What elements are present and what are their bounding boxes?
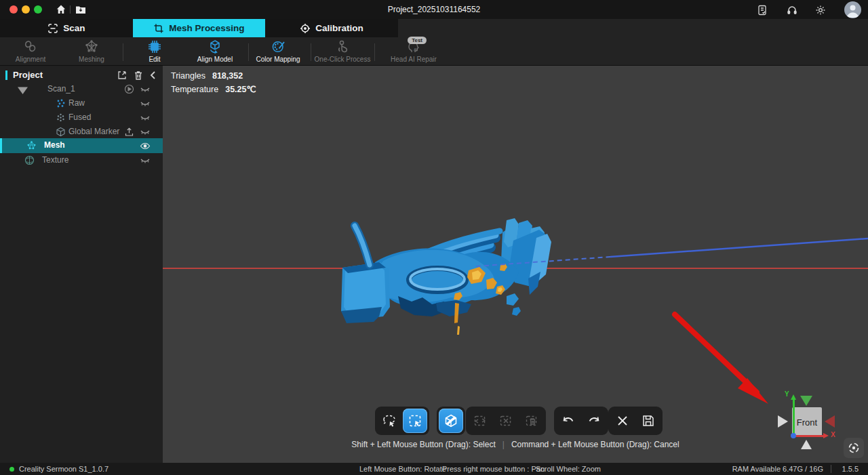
ribbon-edit-label: Edit: [149, 56, 160, 63]
ribbon-meshing-button[interactable]: Meshing: [62, 39, 121, 64]
redo-button[interactable]: [582, 409, 606, 433]
ribbon-separator: [374, 43, 375, 61]
tab-mesh-processing-label: Mesh Processing: [169, 23, 244, 33]
tree-item-texture[interactable]: Texture: [0, 153, 163, 167]
gizmo-x-axis: [793, 435, 823, 437]
tree-item-label: Mesh: [44, 140, 65, 150]
ribbon-head-ai-repair-button[interactable]: AI Test Head AI Repair: [384, 39, 443, 64]
selection-hint-text: Shift + Left Mouse Button (Drag): Select…: [163, 440, 868, 449]
history-group: [554, 407, 608, 435]
world-z-axis-line: [610, 239, 868, 257]
3d-viewport[interactable]: Triangles818,352 Temperature35.25℃: [163, 66, 868, 463]
visibility-on-icon[interactable]: [140, 141, 151, 151]
one-click-process-icon: [335, 39, 350, 54]
visibility-off-icon[interactable]: [140, 98, 151, 108]
align-model-icon: [208, 39, 222, 54]
cancel-edit-button[interactable]: [610, 409, 635, 433]
gizmo-y-arrowhead: [791, 394, 796, 400]
collapse-panel-chevron-icon[interactable]: [148, 70, 159, 81]
rotate-view-up-button[interactable]: [801, 440, 812, 449]
meshing-icon: [84, 39, 99, 54]
user-avatar[interactable]: [844, 1, 861, 18]
raw-pointcloud-icon: [56, 98, 66, 108]
upload-marker-icon[interactable]: [124, 127, 134, 137]
ram-available: RAM Available 6.47G / 16G: [732, 465, 823, 473]
alignment-icon: [23, 39, 38, 54]
status-bar: Creality Sermoon S1_1.0.7 Left Mouse But…: [0, 463, 868, 475]
firmware-icon[interactable]: [756, 4, 768, 16]
ribbon-edit-button[interactable]: Edit: [125, 39, 184, 64]
delete-project-icon[interactable]: [133, 70, 144, 81]
mode-tab-bar: Scan Mesh Processing Calibration Export …: [0, 19, 868, 37]
invert-selection-button[interactable]: [468, 409, 492, 433]
visibility-off-icon[interactable]: [140, 155, 151, 165]
tool-ribbon: Alignment Meshing Edit Align Model Color…: [0, 37, 868, 66]
panel-accent-bar: [5, 70, 7, 80]
visibility-off-icon[interactable]: [140, 84, 151, 94]
ribbon-align-model-label: Align Model: [197, 56, 233, 63]
visibility-off-icon[interactable]: [140, 127, 151, 137]
color-mapping-icon: [271, 39, 285, 54]
rotate-view-left-button[interactable]: [825, 415, 835, 428]
title-bar: Project_20251031164552: [0, 0, 868, 19]
play-scan-icon[interactable]: [124, 84, 134, 94]
annotation-arrow: [675, 314, 768, 404]
ribbon-one-click-process-button[interactable]: One-Click Process: [313, 39, 372, 64]
tree-item-mesh[interactable]: Mesh: [0, 138, 163, 153]
tab-mesh-processing[interactable]: Mesh Processing: [133, 19, 266, 37]
ribbon-alignment-button[interactable]: Alignment: [1, 39, 60, 64]
rectangle-select-button[interactable]: [403, 409, 427, 433]
mesh-icon: [26, 140, 37, 150]
gizmo-y-axis: [793, 399, 795, 437]
delete-selection-button[interactable]: [519, 409, 544, 433]
tree-item-scan1[interactable]: Scan_1: [0, 82, 163, 96]
undo-button[interactable]: [556, 409, 580, 433]
gizmo-x-arrowhead: [823, 433, 829, 438]
ribbon-alignment-label: Alignment: [16, 56, 45, 63]
reset-view-button[interactable]: [844, 438, 864, 458]
app-version: 1.5.5: [842, 465, 859, 473]
select-through-cube-button[interactable]: [439, 409, 463, 433]
scanned-model-canvas: [163, 66, 868, 463]
tree-item-raw[interactable]: Raw: [0, 96, 163, 110]
ribbon-separator: [311, 43, 311, 61]
support-headset-icon[interactable]: [786, 4, 798, 16]
scanned-mesh-model[interactable]: [341, 218, 551, 335]
hint-rotate: Left Mouse Button: Rotate: [359, 465, 446, 473]
tree-item-label: Fused: [68, 112, 91, 122]
visibility-off-icon[interactable]: [140, 112, 151, 123]
save-edit-button[interactable]: [636, 409, 660, 433]
tab-scan-label: Scan: [63, 23, 85, 33]
tree-item-label: Raw: [68, 98, 85, 108]
tab-scan[interactable]: Scan: [0, 19, 133, 37]
ribbon-color-mapping-button[interactable]: Color Mapping: [248, 39, 308, 64]
tree-item-global-marker[interactable]: Global Marker: [0, 125, 163, 139]
tab-calibration-label: Calibration: [315, 23, 363, 33]
fused-pointcloud-icon: [56, 112, 66, 123]
settings-gear-icon[interactable]: [814, 4, 827, 16]
visibility-select-group: [437, 407, 465, 435]
tree-item-label: Global Marker: [68, 127, 119, 136]
rotate-view-right-button[interactable]: [778, 415, 788, 428]
ribbon-meshing-label: Meshing: [79, 56, 104, 63]
tab-calibration[interactable]: Calibration: [265, 19, 398, 37]
project-panel-title: Project: [13, 70, 43, 80]
gizmo-origin-dot: [791, 433, 796, 438]
ribbon-align-model-button[interactable]: Align Model: [185, 39, 245, 64]
hint-zoom: Scroll Wheel: Zoom: [536, 465, 601, 473]
gizmo-x-label: X: [831, 431, 835, 438]
app-window: Project_20251031164552 Scan Mesh Process…: [0, 0, 868, 475]
rotate-view-down-button[interactable]: [800, 396, 812, 406]
nav-cube-front-face[interactable]: Front: [792, 407, 822, 437]
confirm-group: [608, 407, 663, 435]
device-name: Creality Sermoon S1_1.0.7: [19, 465, 108, 473]
caret-down-icon[interactable]: [18, 86, 28, 96]
deselect-button[interactable]: [494, 409, 518, 433]
export-project-icon[interactable]: [117, 70, 127, 81]
test-badge: Test: [408, 37, 427, 44]
tree-item-fused[interactable]: Fused: [0, 110, 163, 125]
project-panel-header: Project: [0, 68, 163, 83]
lasso-select-button[interactable]: [377, 409, 401, 433]
window-title: Project_20251031164552: [0, 5, 868, 14]
device-online-dot: [9, 467, 14, 472]
